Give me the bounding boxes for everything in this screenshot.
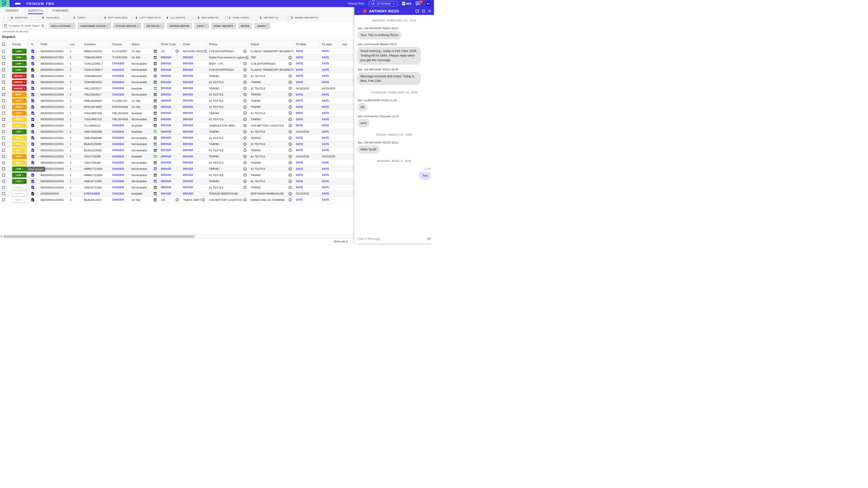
priority-badge[interactable]: MED▾: [12, 148, 27, 153]
driver-link[interactable]: DRIVER: [183, 180, 193, 183]
info-icon[interactable]: [243, 142, 247, 146]
tab-orders[interactable]: ORDERS: [5, 7, 19, 14]
driver-code-link[interactable]: DRIVER: [161, 186, 171, 189]
calendar-icon[interactable]: [154, 130, 157, 133]
dl-appt-link[interactable]: DATE: [322, 180, 329, 183]
calendar-icon[interactable]: [154, 50, 157, 53]
driver-code-link[interactable]: DRIVER: [161, 87, 171, 90]
tab-itinerary[interactable]: ITINERARY: [52, 7, 69, 14]
am-trace-button[interactable]: AM TRACE▾: [144, 23, 165, 29]
driver-code-link[interactable]: DRIVER: [161, 93, 171, 96]
chassis-link[interactable]: CHASSIS: [112, 186, 124, 189]
calendar-icon[interactable]: [154, 186, 157, 189]
calendar-icon[interactable]: [154, 161, 157, 165]
menu-icon[interactable]: [15, 3, 21, 5]
row-checkbox[interactable]: [2, 105, 5, 108]
dl-appt-link[interactable]: DATE: [322, 136, 329, 139]
ace-button[interactable]: ace: [402, 2, 411, 6]
info-icon[interactable]: [176, 198, 179, 201]
info-icon[interactable]: [288, 149, 292, 152]
calendar-icon[interactable]: [154, 62, 157, 65]
info-icon[interactable]: [243, 167, 247, 171]
driver-link[interactable]: DRIVER: [183, 168, 193, 170]
maximize-icon[interactable]: [422, 10, 425, 12]
info-icon[interactable]: [243, 80, 247, 84]
notes-icon[interactable]: [31, 56, 34, 59]
driver-link[interactable]: DRIVER: [183, 143, 193, 145]
driver-code-link[interactable]: DRIVER: [161, 155, 171, 158]
driver-link[interactable]: DRIVER: [183, 62, 193, 65]
info-icon[interactable]: [288, 105, 292, 109]
chassis-link[interactable]: CHASSIS: [112, 124, 124, 127]
send-icon[interactable]: [427, 237, 432, 240]
info-icon[interactable]: [288, 173, 292, 177]
dl-appt-link[interactable]: DATE: [322, 106, 329, 108]
calendar-icon[interactable]: [154, 180, 157, 183]
info-icon[interactable]: [288, 124, 292, 127]
info-icon[interactable]: [288, 161, 292, 164]
chassis-link[interactable]: CHASSIS: [112, 74, 124, 77]
chassis-link[interactable]: CHASSIS: [112, 87, 124, 90]
priority-badge[interactable]: LOW▾: [12, 61, 27, 66]
priority-badge[interactable]: HIGH▾: [12, 111, 27, 116]
filter-chip-yard-check[interactable]: 1YARD CHECK: [225, 14, 256, 21]
calendar-icon[interactable]: [154, 74, 157, 78]
priority-badge[interactable]: NONE▾: [12, 197, 27, 202]
chassis-link[interactable]: CHASSIS: [112, 161, 124, 164]
driver-link[interactable]: DRIVER: [183, 56, 193, 59]
pu-appt-link[interactable]: DATE: [296, 106, 303, 108]
info-icon[interactable]: [243, 124, 247, 127]
info-icon[interactable]: [288, 142, 292, 146]
chassis-link[interactable]: CHASSIS: [112, 168, 124, 170]
row-checkbox[interactable]: [2, 130, 5, 133]
notes-icon[interactable]: [31, 192, 34, 196]
priority-badge[interactable]: LOW▾: [12, 67, 27, 72]
info-icon[interactable]: [288, 93, 292, 96]
info-icon[interactable]: [288, 192, 292, 195]
notes-icon[interactable]: [31, 105, 34, 109]
legs-button[interactable]: LEGS▾: [194, 23, 209, 29]
calendar-icon[interactable]: [154, 142, 157, 146]
info-icon[interactable]: [205, 50, 207, 53]
info-icon[interactable]: [288, 198, 292, 201]
pu-appt-link[interactable]: DATE: [296, 74, 303, 77]
notes-icon[interactable]: [31, 111, 34, 115]
column-header-deliver[interactable]: Deliver: [249, 40, 294, 48]
driver-code-link[interactable]: DRIVER: [161, 62, 171, 65]
calendar-icon[interactable]: [154, 99, 157, 103]
chassis-link[interactable]: CHASSIS: [112, 81, 124, 84]
driver-link[interactable]: DRIVER: [183, 106, 193, 108]
driver-code-link[interactable]: DRIVER: [161, 136, 171, 139]
row-checkbox[interactable]: [2, 142, 5, 145]
pu-appt-link[interactable]: DATE: [296, 118, 303, 121]
calendar-icon[interactable]: [154, 192, 157, 195]
driver-code-link[interactable]: DRIVER: [161, 124, 171, 127]
dl-appt-link[interactable]: DATE: [322, 99, 329, 102]
filter-chip-per-diem-fm[interactable]: 6PER DIEM FM: [194, 14, 225, 21]
priority-badge[interactable]: HIGH▾: [12, 92, 27, 97]
dl-appt-link[interactable]: DATE: [322, 186, 329, 189]
driver-code-link[interactable]: DRIVER: [161, 68, 171, 71]
calendar-icon[interactable]: [154, 93, 157, 96]
pu-appt-link[interactable]: DATE: [296, 161, 303, 164]
open-in-new-icon[interactable]: [415, 9, 419, 13]
notes-icon[interactable]: [31, 49, 34, 53]
column-header-chassis[interactable]: Chassis: [110, 40, 129, 48]
filters-back-chevron[interactable]: ‹: [0, 14, 8, 21]
driver-link[interactable]: DRIVER: [183, 174, 193, 176]
row-checkbox[interactable]: [2, 192, 5, 195]
info-icon[interactable]: [243, 136, 247, 139]
chassis-link[interactable]: CHASSIS: [112, 62, 124, 65]
row-checkbox[interactable]: [2, 50, 5, 53]
notes-icon[interactable]: [31, 80, 34, 84]
dl-appt-link[interactable]: DATE: [322, 112, 329, 115]
calendar-icon[interactable]: [154, 118, 157, 121]
row-checkbox[interactable]: [2, 68, 5, 71]
dl-appt-link[interactable]: DATE: [322, 124, 329, 127]
dl-appt-link[interactable]: DATE: [322, 168, 329, 170]
notes-icon[interactable]: [31, 142, 34, 146]
pu-appt-link[interactable]: DATE: [296, 136, 303, 139]
row-checkbox[interactable]: [2, 149, 5, 152]
chassis-link[interactable]: CHASSIS: [112, 130, 124, 133]
pu-appt-link[interactable]: DATE: [296, 143, 303, 145]
